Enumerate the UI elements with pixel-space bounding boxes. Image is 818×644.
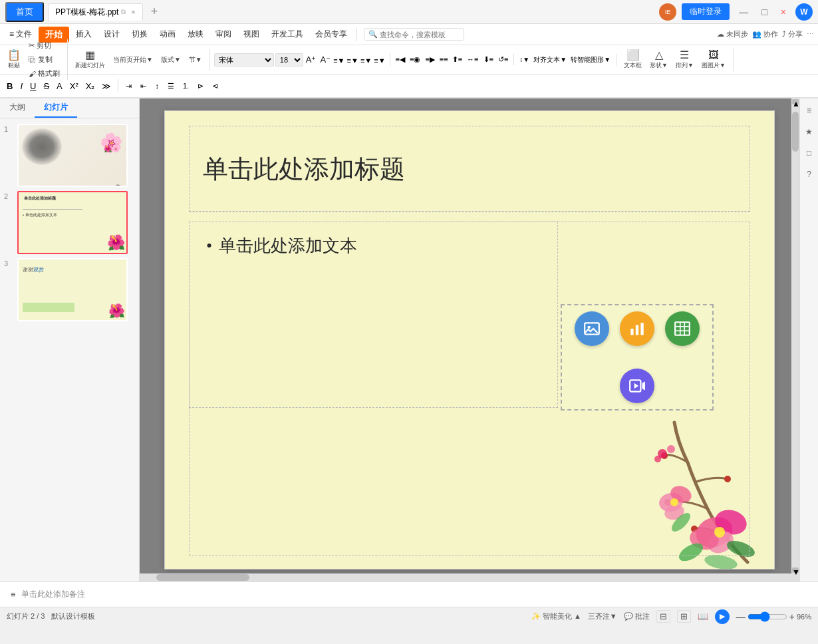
slide-bullet-text[interactable]: • 单击此处添加文本 (190, 222, 557, 269)
home-button[interactable]: 首页 (5, 2, 44, 22)
slide-title-box[interactable]: 单击此处添加标题 (189, 126, 750, 212)
file-tab[interactable]: PPT模板-梅花.ppt ⧉ × (48, 3, 143, 21)
font-family-select[interactable]: 宋体 (214, 53, 274, 67)
menu-insert[interactable]: 插入 (70, 26, 97, 43)
login-button[interactable]: 临时登录 (682, 3, 730, 20)
insert-video-button[interactable] (620, 369, 654, 403)
right-panel-help-btn[interactable]: ? (801, 166, 817, 182)
para-outdent-btn[interactable]: ⇤ (137, 80, 150, 92)
align-center-btn[interactable]: ≡◉ (408, 54, 422, 65)
cut-button[interactable]: ✂ 剪切 (25, 39, 63, 52)
collab-btn[interactable]: 👥 协作 (752, 29, 778, 39)
bold-button[interactable]: B (4, 80, 15, 92)
strikethrough-button[interactable]: S (41, 80, 52, 92)
beautify-btn[interactable]: ✨ 智能美化 ▲ (531, 611, 581, 621)
align-left-btn[interactable]: ≡◀ (394, 54, 406, 65)
menu-developer[interactable]: 开发工具 (266, 26, 309, 43)
slide-title-text[interactable]: 单击此处添加标题 (190, 144, 418, 194)
new-slide-button[interactable]: ▦ 新建幻灯片 (72, 49, 108, 71)
bullet-list-btn[interactable]: ☰ (164, 80, 178, 92)
align-middle-btn[interactable]: ↔≡ (466, 54, 479, 65)
italic-button[interactable]: I (17, 80, 25, 92)
h-scrollbar-thumb[interactable] (156, 574, 249, 581)
shape-btn[interactable]: △ 形状▼ (646, 49, 671, 71)
tab-slides[interactable]: 幻灯片 (35, 98, 77, 118)
tab-outline[interactable]: 大纲 (0, 98, 35, 118)
superscript-button[interactable]: X² (67, 80, 81, 92)
line-spacing-btn[interactable]: ↕ (152, 80, 162, 91)
zoom-out-btn[interactable]: — (736, 611, 746, 622)
h-scrollbar[interactable] (140, 573, 799, 581)
smart-art-btn[interactable]: 转智能图形▼ (569, 54, 612, 66)
close-button[interactable]: × (777, 5, 790, 19)
slide-thumb-1[interactable]: 🌸 梅花 🌺🌸 (17, 124, 128, 187)
font-decrease-btn[interactable]: A⁻ (319, 53, 332, 66)
sort-btn[interactable]: ☰ 排列▼ (672, 49, 697, 71)
text-direction-btn[interactable]: ↺≡ (497, 54, 509, 65)
v-scrollbar[interactable]: ▲ ▼ (791, 98, 799, 573)
increase-indent-btn[interactable]: ⊳ (194, 80, 207, 92)
list-type-btn[interactable]: ≡▼ ≡▼ ≡▼ ≡▼ (333, 57, 385, 65)
insert-image-button[interactable] (575, 311, 609, 346)
para-indent-btn[interactable]: ⇥ (122, 80, 135, 92)
subscript-button[interactable]: X₂ (83, 80, 98, 92)
slide-item-3[interactable]: 3 谢谢观赏 🌺 (4, 258, 135, 321)
new-tab-button[interactable]: + (146, 5, 164, 19)
menu-slideshow[interactable]: 放映 (182, 26, 209, 43)
tab-close-button[interactable]: × (131, 8, 135, 16)
insert-chart-button[interactable] (620, 311, 654, 346)
spacing-btn[interactable]: ↕▼ (518, 55, 531, 65)
play-button[interactable]: ▶ (715, 609, 730, 624)
layout-button[interactable]: 版式▼ (158, 53, 184, 66)
menu-review[interactable]: 审阅 (210, 26, 237, 43)
sync-btn[interactable]: ☁ 未同步 (717, 29, 748, 39)
minimize-button[interactable]: — (735, 5, 752, 19)
font-size-select[interactable]: 18 (275, 53, 303, 67)
font-more-button[interactable]: ≫ (99, 80, 114, 92)
font-increase-btn[interactable]: A⁺ (305, 53, 318, 66)
num-list-btn[interactable]: 1. (180, 80, 192, 91)
decrease-indent-btn[interactable]: ⊲ (209, 80, 221, 92)
zoom-slider[interactable] (748, 611, 787, 622)
right-panel-layout-btn[interactable]: □ (801, 145, 817, 161)
slide-content-box[interactable]: • 单击此处添加文本 (189, 222, 558, 408)
align-bottom-btn[interactable]: ⬇≡ (482, 54, 495, 65)
textbox-btn[interactable]: ⬜ 文本框 (620, 49, 645, 71)
align-btn[interactable]: 三齐注▼ (588, 611, 617, 621)
notes-placeholder[interactable]: 单击此处添加备注 (21, 589, 85, 600)
zoom-in-btn[interactable]: + (789, 611, 795, 622)
scroll-up-arrow[interactable]: ▲ (792, 99, 799, 104)
slide-item-2[interactable]: 2 单击此处添加标题 • 单击此处添加文本 🌺 (4, 191, 135, 254)
canvas-scroll[interactable]: 单击此处添加标题 • 单击此处添加文本 (140, 98, 799, 573)
copy-button[interactable]: ⿻ 复制 (25, 53, 63, 66)
search-box[interactable]: 🔍 (364, 28, 464, 41)
share-btn[interactable]: ⤴ 分享 (782, 29, 803, 39)
slide-item-1[interactable]: 1 🌸 梅花 🌺🌸 (4, 124, 135, 187)
align-right-btn[interactable]: ≡▶ (424, 54, 436, 65)
menu-animation[interactable]: 动画 (154, 26, 181, 43)
underline-button[interactable]: U (27, 80, 39, 92)
current-page-button[interactable]: 当前页开始▼ (110, 53, 156, 66)
more-btn[interactable]: ⋯ (807, 30, 814, 39)
insert-table-button[interactable] (665, 311, 700, 346)
comment-btn[interactable]: 💬 批注 (624, 611, 650, 621)
right-panel-star-btn[interactable]: ★ (801, 124, 817, 140)
menu-view[interactable]: 视图 (238, 26, 265, 43)
paste-button[interactable]: 📋 粘贴 (4, 49, 24, 71)
menu-design[interactable]: 设计 (98, 26, 125, 43)
maximize-button[interactable]: □ (757, 5, 771, 19)
menu-member[interactable]: 会员专享 (310, 26, 352, 43)
slide-thumb-3[interactable]: 谢谢观赏 🌺 (17, 258, 128, 321)
format-painter-button[interactable]: 🖌 格式刷 (25, 67, 63, 80)
right-panel-animation-btn[interactable]: ≡ (801, 102, 817, 118)
menu-transition[interactable]: 切换 (126, 26, 153, 43)
font-color-button[interactable]: A (54, 80, 65, 92)
align-top-btn[interactable]: ⬆≡ (451, 54, 464, 65)
v-scrollbar-thumb[interactable] (792, 112, 799, 152)
view-grid-btn[interactable]: ⊞ (677, 610, 691, 623)
slide-thumb-2[interactable]: 单击此处添加标题 • 单击此处添加文本 🌺 (17, 191, 128, 254)
view-reader-btn[interactable]: 📖 (698, 611, 708, 621)
scroll-down-arrow[interactable]: ▼ (792, 567, 799, 573)
align-justify-btn[interactable]: ≡≡ (438, 54, 450, 65)
align-text-btn[interactable]: 对齐文本▼ (532, 54, 568, 66)
